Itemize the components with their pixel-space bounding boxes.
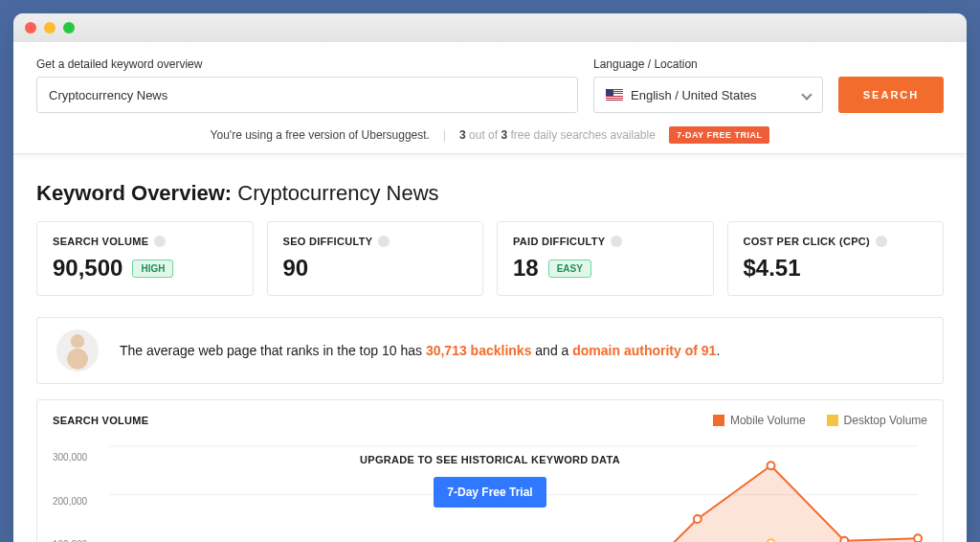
- card-cpc: COST PER CLICK (CPC) $4.51: [727, 221, 945, 296]
- title-prefix: Keyword Overview:: [36, 181, 232, 205]
- title-keyword: Cryptocurrency News: [237, 181, 438, 205]
- location-value: English / United States: [631, 88, 757, 102]
- trial-button[interactable]: 7-Day Free Trial: [434, 477, 546, 508]
- card-value: $4.51: [744, 255, 801, 282]
- badge-high: HIGH: [132, 260, 173, 278]
- page-body: Keyword Overview: Cryptocurrency News SE…: [13, 154, 967, 542]
- window-traffic-lights: [25, 22, 75, 34]
- keyword-input[interactable]: [36, 77, 578, 113]
- svg-point-14: [914, 534, 922, 542]
- card-label: SEARCH VOLUME: [53, 236, 148, 247]
- location-label: Language / Location: [593, 57, 823, 71]
- card-label: PAID DIFFICULTY: [513, 236, 605, 247]
- svg-point-13: [840, 537, 848, 542]
- page-title: Keyword Overview: Cryptocurrency News: [36, 181, 944, 206]
- keyword-field: Get a detailed keyword overview: [36, 57, 578, 113]
- separator: |: [443, 128, 446, 142]
- content-area: Get a detailed keyword overview Language…: [13, 42, 967, 542]
- app-window: Get a detailed keyword overview Language…: [13, 13, 967, 542]
- window-maximize-icon[interactable]: [63, 22, 75, 34]
- avatar-icon: [56, 329, 99, 372]
- chart-header: SEARCH VOLUME Mobile Volume Desktop Volu…: [53, 414, 927, 427]
- card-seo-difficulty: SEO DIFFICULTY 90: [267, 221, 484, 296]
- metric-cards: SEARCH VOLUME 90,500 HIGH SEO DIFFICULTY…: [36, 221, 944, 296]
- flag-us-icon: [606, 89, 623, 101]
- search-button[interactable]: SEARCH: [838, 77, 944, 113]
- chart-legend: Mobile Volume Desktop Volume: [713, 414, 927, 427]
- card-value: 90,500: [53, 255, 122, 282]
- chart-plot: 300,000 200,000 100,000 UPGRADE TO SEE H…: [53, 437, 927, 542]
- svg-point-12: [768, 462, 775, 469]
- legend-swatch-mobile-icon: [713, 415, 724, 426]
- trial-chip[interactable]: 7-DAY FREE TRIAL: [669, 126, 770, 144]
- chevron-down-icon: [801, 89, 812, 100]
- backlinks-link[interactable]: 30,713 backlinks: [426, 343, 532, 358]
- info-icon[interactable]: [378, 236, 390, 247]
- window-titlebar: [13, 13, 967, 42]
- keyword-label: Get a detailed keyword overview: [36, 57, 578, 71]
- card-label: COST PER CLICK (CPC): [744, 236, 871, 247]
- card-label: SEO DIFFICULTY: [283, 236, 373, 247]
- window-close-icon[interactable]: [25, 22, 36, 34]
- searches-used: 3: [459, 128, 466, 142]
- free-version-text: You're using a free version of Ubersugge…: [211, 128, 430, 142]
- chart-card: SEARCH VOLUME Mobile Volume Desktop Volu…: [36, 399, 944, 542]
- card-value: 90: [283, 255, 309, 282]
- chart-title: SEARCH VOLUME: [53, 415, 148, 426]
- window-minimize-icon[interactable]: [44, 22, 56, 34]
- card-search-volume: SEARCH VOLUME 90,500 HIGH: [36, 221, 254, 296]
- legend-mobile: Mobile Volume: [713, 414, 806, 427]
- searches-remaining: 3 out of 3 free daily searches available: [459, 128, 656, 142]
- search-row: Get a detailed keyword overview Language…: [36, 57, 944, 113]
- insight-text: The average web page that ranks in the t…: [120, 343, 720, 358]
- domain-authority-link[interactable]: domain authority of 91: [572, 343, 716, 358]
- info-icon[interactable]: [154, 236, 166, 247]
- insight-bar: The average web page that ranks in the t…: [36, 317, 944, 384]
- legend-swatch-desktop-icon: [827, 415, 838, 426]
- legend-desktop: Desktop Volume: [827, 414, 927, 427]
- card-value: 18: [513, 255, 539, 282]
- search-panel: Get a detailed keyword overview Language…: [13, 42, 967, 154]
- badge-easy: EASY: [548, 260, 591, 278]
- svg-point-11: [694, 515, 702, 523]
- search-subbar: You're using a free version of Ubersugge…: [36, 126, 944, 144]
- info-icon[interactable]: [876, 236, 887, 247]
- info-icon[interactable]: [611, 236, 622, 247]
- location-field: Language / Location English / United Sta…: [593, 57, 823, 113]
- location-select[interactable]: English / United States: [593, 77, 823, 113]
- card-paid-difficulty: PAID DIFFICULTY 18 EASY: [497, 221, 714, 296]
